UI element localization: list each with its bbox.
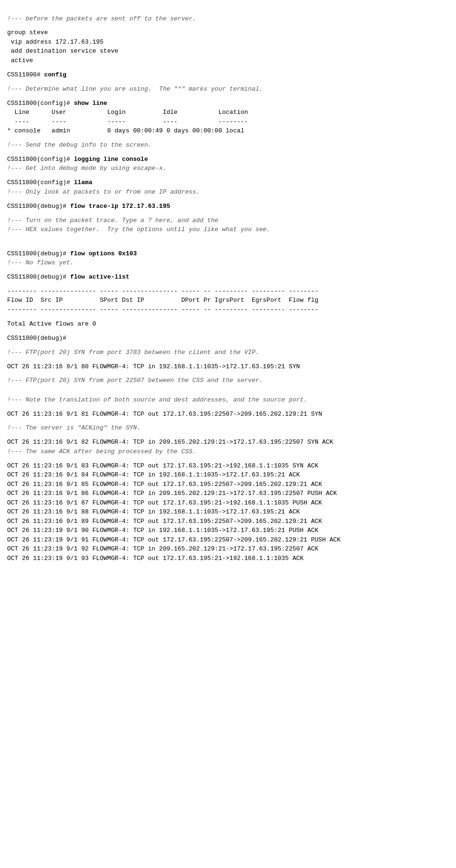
terminal-line: add destination service steve [7,47,449,56]
terminal-line: Line User Login Idle Location [7,108,449,117]
terminal-line: * console admin 0 days 00:00:49 0 days 0… [7,126,449,136]
terminal-line [7,93,449,98]
prompt: CSS11800(debug)# [7,250,70,257]
terminal-line: OCT 26 11:23:16 9/1 87 FLOWMGR-4: TCP ou… [7,498,449,508]
terminal-line: Flow ID Src IP SPort Dst IP DPort Pr Igr… [7,296,449,305]
prompt: CSS11800(config)# [7,156,74,163]
terminal-line: CSS11800(debug)# flow options 0x103 [7,249,449,259]
terminal-line: CSS11800(debug)# flow trace-ip 172.17.63… [7,202,449,211]
terminal-line: OCT 26 11:23:19 9/1 90 FLOWMGR-4: TCP in… [7,526,449,535]
terminal-line: CSS11800(config)# show line [7,99,449,108]
terminal-line: OCT 26 11:23:19 9/1 92 FLOWMGR-4: TCP in… [7,544,449,554]
command: flow active-list [70,273,130,280]
terminal-line: OCT 26 11:23:16 9/1 81 FLOWMGR-4: TCP ou… [7,410,449,419]
terminal-line: !--- The same ACK after being processed … [7,447,449,457]
terminal-line [7,282,449,287]
terminal-line: !--- FTP(port 20) SYN from port 3783 bet… [7,348,449,357]
terminal-line: OCT 26 11:23:16 9/1 80 FLOWMGR-4: TCP in… [7,362,449,372]
terminal-line [7,328,449,333]
terminal-line [7,234,449,239]
terminal-line [7,65,449,70]
terminal-line: CSS11800# config [7,70,449,80]
command: show line [74,100,107,107]
terminal-line: CSS11800(config)# logging line console [7,155,449,164]
terminal-line [7,23,449,28]
terminal-line [7,433,449,438]
terminal-line: OCT 26 11:23:16 9/1 84 FLOWMGR-4: TCP in… [7,470,449,480]
terminal-line [7,419,449,423]
terminal-line: vip address 172.17.63.195 [7,37,449,47]
terminal-line: group steve [7,28,449,37]
terminal-line [7,211,449,215]
terminal-line: active [7,56,449,65]
terminal-line [7,268,449,272]
terminal-line: OCT 26 11:23:19 9/1 91 FLOWMGR-4: TCP ou… [7,535,449,545]
terminal-line: !--- FTP(port 20) SYN from port 22507 be… [7,376,449,385]
terminal-line: !--- Note the translation of both source… [7,395,449,405]
terminal-line [7,385,449,390]
prompt: CSS11800# [7,71,44,78]
terminal-line: ---- ---- ----- ---- -------- [7,117,449,127]
command: llama [74,179,92,186]
terminal-line [7,79,449,84]
terminal-line: OCT 26 11:23:16 9/1 86 FLOWMGR-4: TCP in… [7,489,449,498]
terminal-line: OCT 26 11:23:16 9/1 82 FLOWMGR-4: TCP in… [7,438,449,447]
terminal-output: !--- before the packets are sent off to … [7,5,449,563]
prompt: CSS11800(debug)# [7,203,70,210]
terminal-line [7,244,449,249]
terminal-line [7,343,449,347]
terminal-line [7,149,449,154]
command: logging line console [74,156,148,163]
terminal-line [7,357,449,362]
terminal-line: !--- HEX values together. Try the option… [7,225,449,234]
terminal-line [7,196,449,201]
prompt: CSS11800(config)# [7,179,74,186]
terminal-line: -------- --------------- ----- ---------… [7,287,449,296]
terminal-line [7,314,449,319]
terminal-line: OCT 26 11:23:16 9/1 89 FLOWMGR-4: TCP ou… [7,517,449,526]
terminal-line: OCT 26 11:23:16 9/1 85 FLOWMGR-4: TCP ou… [7,480,449,489]
terminal-line: Total Active flows are 0 [7,319,449,329]
terminal-line: !--- No flows yet. [7,258,449,268]
prompt: CSS11800(debug)# [7,273,70,280]
terminal-line: !--- Get into debug mode by using escape… [7,164,449,173]
terminal-line [7,404,449,409]
prompt: CSS11800(config)# [7,100,74,107]
terminal-line: !--- Send the debug info to the screen. [7,140,449,150]
command: config [44,71,66,78]
command: flow trace-ip 172.17.63.195 [70,203,171,210]
terminal-line: OCT 26 11:23:16 9/1 83 FLOWMGR-4: TCP ou… [7,461,449,471]
command: flow options 0x103 [70,250,137,257]
terminal-line: !--- before the packets are sent off to … [7,14,449,24]
terminal-line [7,239,449,244]
prompt: CSS11800(debug)# [7,335,70,342]
terminal-line [7,390,449,395]
terminal-line: OCT 26 11:23:16 9/1 88 FLOWMGR-4: TCP in… [7,507,449,517]
terminal-line: OCT 26 11:23:19 9/1 93 FLOWMGR-4: TCP ou… [7,554,449,563]
terminal-line: !--- Only look at packets to or from one… [7,187,449,197]
terminal-line: CSS11800(debug)# [7,334,449,343]
terminal-line: !--- Determine what line you are using. … [7,84,449,94]
terminal-line [7,456,449,461]
terminal-line [7,371,449,376]
terminal-line: CSS11800(debug)# flow active-list [7,272,449,282]
terminal-line: !--- The server is "ACKing" the SYN. [7,423,449,433]
terminal-line: CSS11800(config)# llama [7,178,449,187]
terminal-line [7,136,449,140]
terminal-line [7,173,449,178]
terminal-line: -------- --------------- ----- ---------… [7,305,449,315]
terminal-line: !--- Turn on the packet trace. Type a ? … [7,216,449,225]
